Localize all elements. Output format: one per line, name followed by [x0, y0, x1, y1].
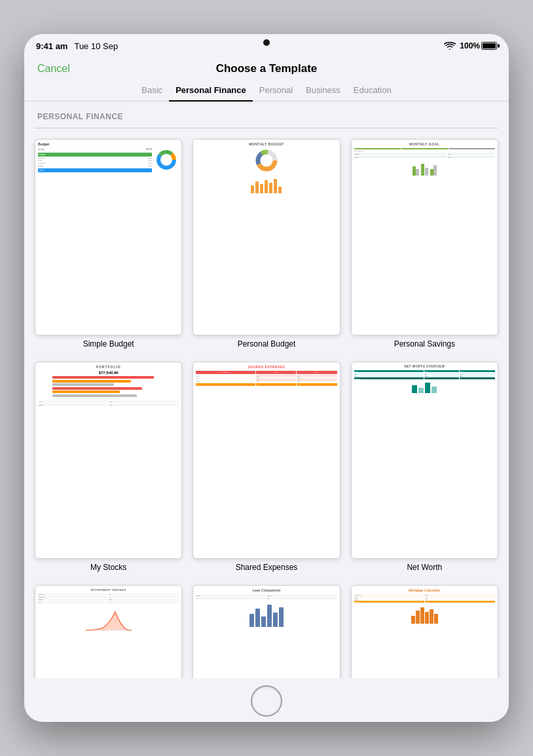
template-label-net-worth: Net Worth — [407, 563, 442, 572]
template-thumb-net-worth: NET WORTH OVERVIEW Assets 2023 2024 Cash… — [351, 362, 498, 558]
template-my-stocks[interactable]: PORTFOLIO $77,540.90 AAPL $185 — [35, 362, 182, 571]
template-thumb-personal-budget: MONTHLY BUDGET — [193, 139, 340, 335]
template-label-shared-expenses: Shared Expenses — [236, 563, 298, 572]
nav-bar: Cancel Choose a Template — [24, 58, 509, 77]
template-thumb-shared-expenses: SHARED EXPENSES Category Alice Bob Rent … — [193, 362, 340, 558]
template-simple-budget[interactable]: Budget Income$2,000 Budget Housing$800 — [35, 139, 182, 349]
status-left: 9:41 am Tue 10 Sep — [36, 41, 118, 51]
template-net-worth[interactable]: NET WORTH OVERVIEW Assets 2023 2024 Cash… — [351, 362, 498, 571]
template-thumb-my-stocks: PORTFOLIO $77,540.90 AAPL $185 — [35, 362, 182, 558]
status-date: Tue 10 Sep — [74, 41, 118, 51]
battery-percent: 100% — [460, 41, 480, 50]
template-loan-comparison[interactable]: Loan Comparison Loan A Loan B 3% 5% — [193, 585, 340, 678]
personal-finance-grid: Budget Income$2,000 Budget Housing$800 — [35, 139, 498, 678]
tab-personal[interactable]: Personal — [253, 83, 299, 101]
tab-basic[interactable]: Basic — [135, 83, 169, 101]
template-content: PERSONAL FINANCE Budget Income$2,000 — [24, 102, 509, 678]
section-header-personal-finance: PERSONAL FINANCE — [35, 102, 498, 128]
tab-education[interactable]: Education — [347, 83, 398, 101]
template-label-personal-budget: Personal Budget — [238, 339, 296, 349]
tab-personal-finance[interactable]: Personal Finance — [169, 83, 253, 102]
template-thumb-personal-savings: MONTHLY GOAL Jan Feb Mar Savings Goal — [351, 139, 498, 335]
template-thumb-retirement-savings: RETIREMENT SAVINGS Start Age 25 Retire A… — [35, 585, 182, 678]
battery-indicator: 100% — [460, 41, 497, 50]
device-frame: 9:41 am Tue 10 Sep 100% Cancel Choose a … — [24, 34, 509, 722]
template-label-personal-savings: Personal Savings — [394, 339, 455, 349]
template-shared-expenses[interactable]: SHARED EXPENSES Category Alice Bob Rent … — [193, 362, 340, 571]
page-title: Choose a Template — [216, 62, 318, 75]
status-bar: 9:41 am Tue 10 Sep 100% — [24, 34, 509, 58]
category-tabs: Basic Personal Finance Personal Business… — [24, 77, 509, 102]
template-label-simple-budget: Simple Budget — [83, 339, 134, 349]
home-button[interactable] — [251, 685, 282, 717]
battery-fill — [483, 43, 496, 48]
template-thumb-simple-budget: Budget Income$2,000 Budget Housing$800 — [35, 139, 182, 335]
template-mortgage-calculator[interactable]: Mortgage Calculator Home Price $350k Dow… — [351, 585, 498, 678]
template-thumb-mortgage-calculator: Mortgage Calculator Home Price $350k Dow… — [351, 585, 498, 678]
template-personal-budget[interactable]: MONTHLY BUDGET — [193, 139, 340, 349]
template-thumb-loan-comparison: Loan Comparison Loan A Loan B 3% 5% — [193, 585, 340, 678]
battery-icon — [481, 42, 497, 50]
status-time: 9:41 am — [36, 41, 67, 51]
tab-business[interactable]: Business — [299, 83, 347, 101]
cancel-button[interactable]: Cancel — [37, 60, 70, 77]
template-label-my-stocks: My Stocks — [90, 563, 126, 572]
camera-notch — [263, 39, 270, 46]
template-retirement-savings[interactable]: RETIREMENT SAVINGS Start Age 25 Retire A… — [35, 585, 182, 678]
status-right: 100% — [444, 41, 497, 50]
template-personal-savings[interactable]: MONTHLY GOAL Jan Feb Mar Savings Goal — [351, 139, 498, 349]
wifi-icon — [444, 42, 456, 50]
home-button-area — [24, 678, 509, 722]
